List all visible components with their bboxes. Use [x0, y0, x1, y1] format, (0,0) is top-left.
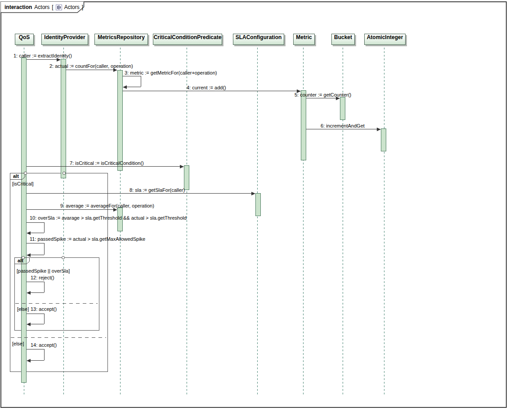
self-message-line-14	[27, 349, 44, 349]
self-message-line-10	[30, 233, 44, 233]
arrowhead-icon	[251, 192, 255, 195]
message-label-9: 9: average := averageFor(caller, operati…	[60, 203, 154, 208]
lifeline-head-metrics-repository: MetricsRepository	[94, 34, 148, 45]
arrowhead-icon	[377, 128, 381, 131]
lifeline-head-identity-provider: IdentityProvider	[41, 34, 88, 45]
fragment-guard: [else]	[12, 341, 24, 346]
lifeline-atomic-integer	[384, 44, 384, 394]
activation-bar-identity-provider	[61, 59, 66, 178]
activation-bar-atomic-integer	[381, 128, 386, 151]
activation-bar-sla-configuration	[255, 193, 261, 216]
lifeline-head-qos: QoS	[15, 34, 34, 45]
lifeline-head-sla-configuration: SLAConfiguration	[233, 34, 284, 45]
self-message-line-3	[126, 87, 141, 87]
message-line-7	[27, 166, 183, 167]
diagram-layer: QoSIdentityProviderMetricsRepositoryCrit…	[0, 0, 518, 420]
fragment-guard: [passedSpike || overSla]	[17, 268, 70, 274]
message-line-6	[306, 129, 380, 129]
fragment-anchor-circle	[62, 256, 65, 259]
message-label-7: 7: isCritical := isCriticalCondition()	[70, 160, 144, 166]
self-message-line-12	[27, 282, 44, 282]
self-message-line-13	[44, 314, 45, 324]
fragment-operator-label: alt	[13, 173, 19, 179]
activation-bar-metric	[301, 90, 306, 160]
fragment-guard: [else]	[17, 306, 29, 312]
message-label-5: 5: counter := getCounter()	[295, 92, 351, 97]
message-line-4	[123, 91, 300, 91]
lifeline-sla-configuration	[257, 44, 258, 394]
message-line-5	[306, 98, 339, 98]
lifeline-critical-condition-predicate	[187, 44, 187, 394]
message-label-14: 14: accept()	[31, 342, 57, 348]
message-label-11: 11: passedSpike := actual > sla.getMaxAl…	[30, 236, 145, 242]
message-line-2	[66, 70, 116, 70]
arrowhead-icon	[27, 231, 31, 235]
arrowhead-icon	[123, 85, 127, 89]
fragment-anchor-circle	[22, 256, 25, 259]
arrowhead-icon	[27, 253, 31, 257]
self-message-line-3	[123, 76, 141, 76]
self-message-line-10	[44, 222, 45, 233]
arrowhead-icon	[27, 323, 31, 326]
message-line-9	[27, 209, 116, 210]
message-label-4: 4: current := add()	[187, 85, 226, 90]
self-message-line-10	[27, 222, 44, 223]
message-label-3: 3: metric := getMetricFor(caller+operati…	[125, 70, 217, 75]
self-message-line-11	[27, 243, 44, 243]
arrowhead-icon	[27, 291, 31, 295]
lifeline-head-metric: Metric	[293, 34, 315, 45]
self-message-line-14	[44, 349, 45, 360]
message-label-2: 2: actual := countFor(caller, operation)	[49, 63, 133, 69]
message-label-12: 12: reject()	[31, 275, 54, 280]
self-message-line-12	[30, 292, 44, 293]
message-label-1: 1: caller := extractIdentity()	[13, 53, 72, 58]
self-message-line-14	[30, 360, 44, 361]
activation-bar-metrics-repository	[117, 70, 123, 171]
lifeline-head-critical-condition-predicate: CriticalConditionPredicate	[153, 34, 222, 45]
message-label-10: 10: overSla := avarage > sla.getThreshol…	[30, 215, 187, 221]
sequence-diagram-canvas: interaction Actors [ Actors ] QoSIdentit…	[0, 0, 518, 420]
message-line-1	[27, 59, 60, 60]
self-message-line-3	[141, 76, 141, 87]
self-message-line-13	[27, 314, 44, 314]
fragment-divider	[15, 303, 98, 304]
self-message-line-13	[30, 324, 44, 324]
activation-bar-qos	[21, 57, 27, 383]
message-label-8: 8: sla := getSlaFor(caller)	[130, 187, 185, 193]
fragment-anchor-circle	[63, 172, 66, 175]
message-line-8	[27, 193, 255, 194]
fragment-guard: [isCritical]	[12, 181, 34, 186]
lifeline-head-atomic-integer: AtomicInteger	[364, 34, 406, 45]
fragment-anchor-circle	[24, 172, 27, 175]
lifeline-head-bucket: Bucket	[331, 34, 355, 45]
message-label-6: 6: incrementAndGet	[321, 123, 365, 128]
self-message-line-12	[44, 282, 45, 292]
self-message-line-11	[30, 255, 44, 255]
self-message-line-11	[44, 243, 45, 255]
activation-bar-bucket	[340, 97, 345, 120]
message-label-13: 13: accept()	[31, 306, 57, 312]
arrowhead-icon	[27, 359, 31, 363]
fragment-divider	[11, 337, 106, 338]
activation-bar-critical-condition-predicate	[184, 165, 189, 190]
arrowhead-icon	[180, 165, 184, 168]
